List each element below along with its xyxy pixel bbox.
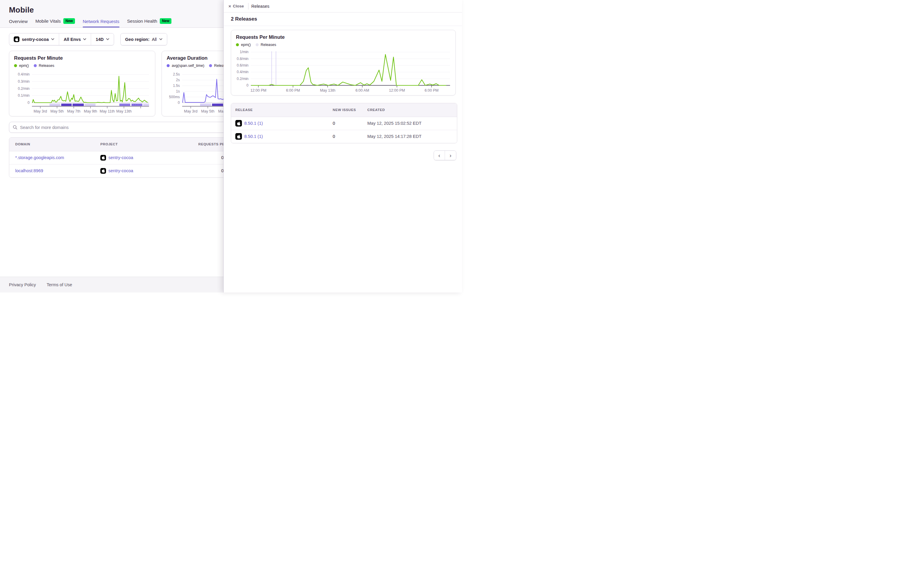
- apple-icon: [14, 36, 20, 42]
- svg-text:1/min: 1/min: [240, 50, 249, 54]
- terms-of-use-link[interactable]: Terms of Use: [46, 282, 72, 287]
- geo-region-value: All: [152, 37, 157, 42]
- previous-page-button[interactable]: ‹: [434, 151, 445, 160]
- apple-icon: [235, 133, 242, 140]
- svg-text:0.4/min: 0.4/min: [237, 70, 249, 74]
- releases-table: RELEASE NEW ISSUES CREATED 8.50.1 (1) 0 …: [231, 103, 457, 143]
- domains-table: DOMAIN PROJECT REQUESTS PER MINUTE *.sto…: [9, 137, 248, 178]
- apple-icon: [235, 120, 242, 127]
- domain-search: [9, 122, 248, 133]
- legend-dot-icon: [209, 64, 212, 67]
- svg-text:12:00 PM: 12:00 PM: [250, 88, 266, 92]
- pagination: ‹ ›: [434, 150, 456, 160]
- domain-search-input[interactable]: [20, 125, 244, 130]
- environment-filter-value: All Envs: [64, 37, 81, 42]
- svg-text:1s: 1s: [176, 89, 180, 94]
- chart-title: Requests Per Minute: [14, 55, 150, 61]
- svg-text:0.8/min: 0.8/min: [237, 57, 249, 61]
- divider: [248, 3, 249, 10]
- tab-session-health[interactable]: Session Health New: [127, 18, 172, 28]
- domain-link[interactable]: *.storage.googleapis.com: [15, 155, 64, 160]
- page-title: Mobile: [9, 5, 34, 15]
- project-link[interactable]: sentry-cocoa: [109, 155, 133, 160]
- chart-legend: epm()Releases: [14, 63, 150, 68]
- requests-per-minute-chart: 00.1/min0.2/min0.3/min0.4/minMay 3rdMay …: [14, 69, 151, 116]
- column-header-created: CREATED: [365, 103, 457, 117]
- tab-overview[interactable]: Overview: [9, 19, 28, 28]
- chart-legend: epm()Releases: [236, 42, 450, 48]
- svg-text:0.6/min: 0.6/min: [237, 63, 249, 68]
- chevron-down-icon: [106, 38, 109, 40]
- legend-dot-icon: [167, 64, 170, 67]
- legend-item[interactable]: Releases: [34, 64, 54, 68]
- svg-text:500ms: 500ms: [169, 95, 180, 99]
- new-issues-value: 0: [329, 117, 365, 130]
- close-icon: ×: [228, 4, 231, 8]
- geo-region-group: Geo region: All: [120, 33, 167, 45]
- svg-text:0: 0: [178, 101, 180, 105]
- tab-mobile-vitals[interactable]: Mobile Vitals New: [36, 18, 75, 28]
- svg-text:0.4/min: 0.4/min: [18, 72, 30, 76]
- column-header-release: RELEASE: [231, 103, 329, 117]
- svg-text:0.2/min: 0.2/min: [18, 87, 30, 91]
- chevron-down-icon: [51, 38, 54, 40]
- chevron-down-icon: [159, 38, 162, 40]
- release-row: 8.50.1 (1) 0 May 12, 2025 15:02:52 EDT: [231, 117, 457, 130]
- new-badge: New: [63, 18, 75, 24]
- environment-filter-button[interactable]: All Envs: [59, 33, 91, 45]
- svg-text:May 3rd: May 3rd: [184, 109, 197, 114]
- date-range-value: 14D: [96, 37, 104, 42]
- svg-text:6:00 PM: 6:00 PM: [286, 88, 300, 92]
- chart-title: Requests Per Minute: [236, 34, 450, 40]
- svg-text:2s: 2s: [176, 78, 180, 82]
- new-badge: New: [160, 18, 172, 24]
- svg-text:May 9th: May 9th: [84, 109, 97, 114]
- tab-network-requests[interactable]: Network Requests: [83, 19, 119, 28]
- release-link[interactable]: 8.50.1 (1): [244, 134, 263, 139]
- tab-label: Mobile Vitals: [36, 18, 61, 23]
- domain-link[interactable]: localhost:8969: [15, 168, 43, 173]
- legend-dot-icon: [14, 64, 17, 67]
- releases-count-heading: 2 Releases: [224, 13, 462, 26]
- privacy-policy-link[interactable]: Privacy Policy: [9, 282, 36, 287]
- legend-item[interactable]: epm(): [14, 64, 29, 68]
- legend-item[interactable]: Releases: [256, 43, 276, 47]
- geo-region-filter-button[interactable]: Geo region: All: [120, 33, 167, 45]
- table-row: localhost:8969 sentry-cocoa 0.0: [9, 164, 248, 177]
- panel-rpm-card: Requests Per Minute epm()Releases 00.2/m…: [231, 30, 456, 96]
- svg-text:12:00 PM: 12:00 PM: [389, 88, 405, 92]
- release-link[interactable]: 8.50.1 (1): [244, 121, 263, 126]
- chevron-down-icon: [83, 38, 86, 40]
- filter-bar: sentry-cocoa All Envs 14D Geo region: Al…: [9, 33, 167, 45]
- legend-item[interactable]: epm(): [236, 43, 251, 47]
- legend-item[interactable]: avg(span.self_time): [167, 64, 204, 68]
- close-button[interactable]: × Close: [227, 3, 246, 10]
- project-filter-value: sentry-cocoa: [22, 37, 49, 42]
- column-header-domain: DOMAIN: [9, 138, 94, 151]
- svg-text:May 13th: May 13th: [116, 109, 131, 114]
- panel-header: × Close Releases: [224, 0, 462, 13]
- tab-label: Overview: [9, 19, 28, 24]
- new-issues-value: 0: [329, 130, 365, 143]
- svg-text:May 13th: May 13th: [320, 88, 335, 92]
- geo-region-label: Geo region:: [125, 37, 149, 42]
- next-page-button[interactable]: ›: [445, 151, 456, 160]
- created-value: May 12, 2025 15:02:52 EDT: [365, 117, 457, 130]
- apple-icon: [101, 155, 106, 161]
- project-filter-button[interactable]: sentry-cocoa: [9, 33, 59, 45]
- svg-text:0.3/min: 0.3/min: [18, 79, 30, 84]
- svg-text:0.2/min: 0.2/min: [237, 77, 249, 81]
- svg-text:2.5s: 2.5s: [173, 72, 180, 76]
- panel-title: Releases: [251, 4, 269, 9]
- svg-text:6:00 PM: 6:00 PM: [425, 88, 439, 92]
- created-value: May 12, 2025 14:17:28 EDT: [365, 130, 457, 143]
- svg-text:May 3rd: May 3rd: [33, 109, 47, 114]
- svg-text:May 7th: May 7th: [67, 109, 81, 114]
- page-filter-group: sentry-cocoa All Envs 14D: [9, 33, 114, 45]
- panel-requests-per-minute-chart: 00.2/min0.4/min0.6/min0.8/min1/min12:00 …: [236, 48, 451, 96]
- tab-label: Session Health: [127, 18, 157, 23]
- column-header-new-issues: NEW ISSUES: [329, 103, 365, 117]
- date-range-filter-button[interactable]: 14D: [91, 33, 114, 45]
- legend-dot-icon: [256, 43, 259, 46]
- project-link[interactable]: sentry-cocoa: [109, 168, 133, 173]
